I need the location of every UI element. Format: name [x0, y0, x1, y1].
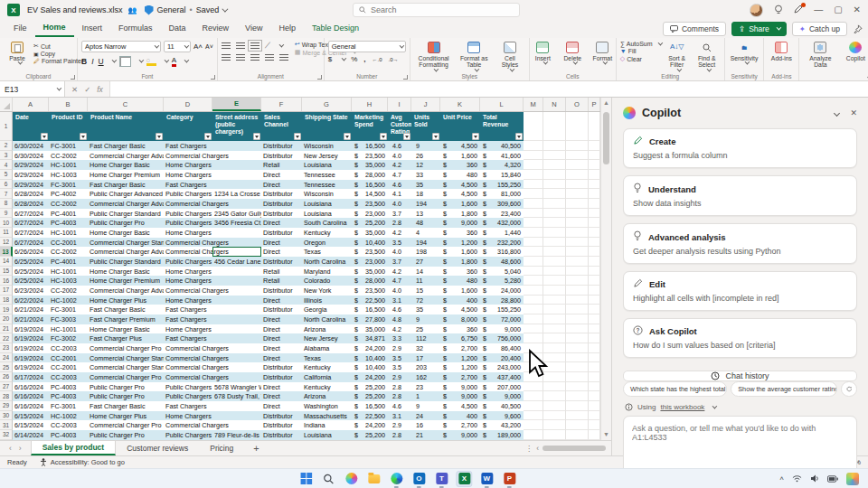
cell[interactable]: 4.6 [388, 305, 411, 314]
powerpoint-icon[interactable]: P [501, 471, 517, 487]
empty-cell[interactable] [566, 257, 589, 267]
cell[interactable]: $9,000 [440, 430, 480, 440]
empty-cell[interactable] [543, 391, 566, 401]
cell[interactable]: $480 [440, 276, 480, 286]
empty-cell[interactable] [589, 362, 600, 372]
cell[interactable]: 4.6 [388, 180, 411, 190]
cell[interactable]: $23,000 [352, 257, 388, 267]
copy-button[interactable]: ▣Copy [33, 51, 83, 57]
cell[interactable]: HC-1001 [49, 324, 88, 334]
format-cells-button[interactable]: Format [589, 41, 616, 66]
cell[interactable]: Home Charger Premium [88, 276, 164, 286]
cell[interactable]: 6/27/2024 [13, 209, 49, 219]
empty-cell[interactable] [589, 170, 600, 180]
cell[interactable]: Kentucky [302, 228, 352, 238]
empty-cell[interactable] [589, 343, 600, 353]
empty-cell[interactable] [543, 267, 566, 277]
cell[interactable]: Commercial Chargers [164, 151, 212, 161]
empty-cell[interactable] [566, 218, 589, 228]
row-header-5[interactable]: 5 [0, 170, 13, 180]
cell[interactable]: Distributor [261, 141, 302, 151]
cell[interactable]: 6/28/2024 [13, 189, 49, 199]
column-header-F[interactable]: F [261, 98, 302, 111]
vertical-scrollbar[interactable]: ▲ ▼ [600, 98, 611, 440]
cell[interactable]: PC-4003 [49, 382, 88, 392]
empty-cell[interactable] [524, 314, 543, 324]
empty-cell[interactable] [589, 160, 600, 170]
cell[interactable]: $1,600 [440, 286, 480, 296]
filter-icon[interactable] [344, 133, 351, 140]
sort-filter-icon[interactable] [41, 133, 48, 140]
cell[interactable]: 3.3 [388, 333, 411, 343]
empty-cell[interactable] [566, 362, 589, 372]
align-center-icon[interactable] [236, 54, 245, 61]
cell[interactable]: $4,500 [440, 180, 480, 190]
cell[interactable]: $9,000 [480, 391, 524, 401]
column-header-N[interactable]: N [543, 98, 566, 111]
cell[interactable]: Home Chargers [164, 276, 212, 286]
row-header-2[interactable]: 2 [0, 141, 13, 151]
cell[interactable]: Commercial Charger Advanced [88, 247, 164, 257]
empty-cell[interactable] [589, 314, 600, 324]
ribbon-tab-home[interactable]: Home [35, 21, 74, 37]
whats-new-pen-icon[interactable] [794, 5, 803, 15]
cell[interactable]: 4.2 [388, 160, 411, 170]
excel-icon[interactable]: X [456, 471, 472, 487]
cell[interactable]: 35 [411, 180, 440, 190]
cell[interactable]: Commercial Charger Pro [88, 420, 164, 430]
cell[interactable]: $9,000 [440, 391, 480, 401]
empty-cell[interactable] [589, 430, 600, 440]
increase-indent-icon[interactable] [279, 54, 288, 61]
cell[interactable]: Distributor [261, 411, 302, 421]
filter-icon[interactable] [515, 133, 523, 140]
cell[interactable]: Distributor [261, 189, 302, 199]
cell[interactable]: 3.1 [388, 296, 411, 305]
empty-cell[interactable] [566, 430, 589, 440]
empty-cell[interactable] [566, 382, 589, 392]
scroll-down-icon[interactable]: ▼ [601, 429, 611, 440]
cell[interactable]: South Carolina [302, 218, 352, 228]
cell[interactable]: 6/28/2024 [13, 199, 49, 209]
cell[interactable]: Louisiana [302, 209, 352, 219]
cell[interactable]: $1,200 [440, 353, 480, 363]
cell[interactable]: 4.6 [388, 141, 411, 151]
cell[interactable]: $23,500 [352, 151, 388, 161]
empty-cell[interactable] [543, 401, 566, 411]
cell[interactable]: $400 [440, 411, 480, 421]
cell[interactable]: 4.2 [388, 324, 411, 334]
cell[interactable]: Direct [261, 391, 302, 401]
cell[interactable]: $81,000 [480, 189, 524, 199]
empty-cell[interactable] [524, 151, 543, 161]
column-header-J[interactable]: J [411, 98, 440, 111]
table-column-header[interactable]: Units Sold [411, 112, 440, 141]
cell[interactable]: Commercial Charger Advanced [88, 286, 164, 296]
empty-cell[interactable] [589, 228, 600, 238]
cell[interactable]: 6/23/2024 [13, 286, 49, 296]
cell[interactable]: 35 [411, 305, 440, 314]
cell[interactable]: $432,000 [480, 218, 524, 228]
cell[interactable]: 15 [411, 286, 440, 296]
sensitivity-status[interactable]: General • Saved [157, 5, 227, 14]
search-icon[interactable] [320, 471, 336, 487]
cell[interactable]: $16,500 [352, 141, 388, 151]
minimize-button[interactable]: — [814, 5, 823, 14]
cell[interactable]: 4.0 [388, 247, 411, 257]
empty-cell[interactable] [524, 324, 543, 334]
ribbon-tab-table-design[interactable]: Table Design [304, 22, 367, 36]
cell[interactable]: Oregon [302, 238, 352, 248]
ribbon-tab-view[interactable]: View [237, 22, 270, 36]
cell[interactable]: Direct [261, 401, 302, 411]
row-header-30[interactable]: 30 [0, 411, 13, 421]
next-sheet-icon[interactable]: › [19, 444, 22, 453]
filter-icon[interactable] [156, 133, 163, 140]
font-size-combo[interactable]: 11 [164, 41, 191, 52]
cell[interactable]: Distributor [261, 257, 302, 267]
cell[interactable]: Fast Charger Basic [88, 401, 164, 411]
empty-cell[interactable] [524, 170, 543, 180]
cell[interactable]: Public Charger Pro [88, 218, 164, 228]
cell[interactable]: 21 [411, 430, 440, 440]
cell[interactable]: HC-1002 [49, 296, 88, 305]
clear-button[interactable]: ◇Clear [620, 55, 661, 62]
cell[interactable]: CC-2001 [49, 238, 88, 248]
comments-button[interactable]: Comments [663, 22, 726, 36]
